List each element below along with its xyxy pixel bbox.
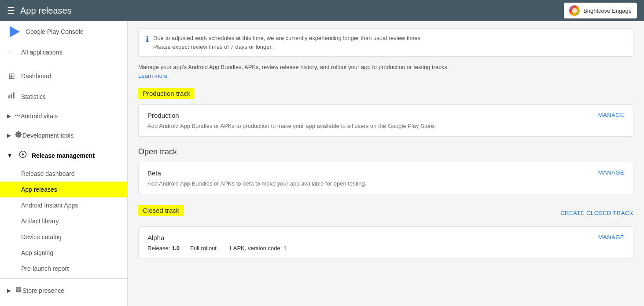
- open-track-header: Open track: [138, 147, 633, 157]
- page-title: App releases: [20, 6, 72, 16]
- alpha-release-label: Release: 1.0: [147, 245, 180, 251]
- sidebar-label-release-dashboard: Release dashboard: [21, 170, 74, 177]
- sidebar-item-release-management[interactable]: ▼ Release management: [0, 145, 127, 166]
- sidebar-label-app-signing: App signing: [21, 249, 53, 256]
- expand-icon-store: ▶: [7, 288, 11, 294]
- sidebar-label-store-presence: Store presence: [22, 287, 64, 294]
- sidebar-item-all-applications[interactable]: ← All applications: [0, 42, 127, 62]
- sidebar-item-store-presence[interactable]: ▶ Store presence: [0, 280, 127, 300]
- notice-content: Due to adjusted work schedules at this t…: [153, 34, 420, 51]
- expand-icon-devtools: ▶: [7, 132, 11, 138]
- sidebar-label-pre-launch-report: Pre-launch report: [21, 265, 69, 272]
- sidebar-label-all-applications: All applications: [21, 49, 62, 56]
- alpha-card: Alpha MANAGE Release: 1.0 Full rollout. …: [138, 226, 633, 259]
- sidebar-logo-text: Google Play Console: [26, 28, 84, 35]
- svg-marker-7: [22, 153, 24, 156]
- sidebar-item-development-tools[interactable]: ▶ Development tools: [0, 125, 127, 145]
- sidebar-item-release-dashboard[interactable]: Release dashboard: [0, 166, 127, 182]
- alpha-name: Alpha: [147, 234, 164, 241]
- closed-track-section: Closed track CREATE CLOSED TRACK Alpha M…: [138, 205, 633, 259]
- create-closed-track-button[interactable]: CREATE CLOSED TRACK: [560, 210, 633, 216]
- learn-more-link[interactable]: Learn more: [138, 73, 167, 79]
- sidebar-item-android-instant-apps[interactable]: Android Instant Apps: [0, 197, 127, 213]
- beta-desc: Add Android App Bundles or APKs to beta …: [147, 180, 624, 187]
- menu-icon[interactable]: ☰: [7, 5, 15, 16]
- sidebar-item-device-catalog[interactable]: Device catalog: [0, 229, 127, 245]
- main-layout: Google Play Console ← All applications ⊞…: [0, 21, 644, 306]
- notice-text-1: Due to adjusted work schedules at this t…: [153, 34, 420, 43]
- alpha-apk-info: 1 APK, version code: 1: [229, 245, 287, 251]
- production-desc: Add Android App Bundles or APKs to produ…: [147, 123, 624, 129]
- alpha-rollout-label: Full rollout.: [190, 245, 218, 251]
- sidebar-label-statistics: Statistics: [21, 93, 46, 100]
- vitals-icon: 〜: [15, 112, 21, 120]
- production-name: Production: [147, 112, 179, 119]
- top-header: ☰ App releases Brightcove Engage: [0, 0, 644, 21]
- header-left: ☰ App releases: [7, 5, 72, 16]
- production-track-header: Production track: [138, 88, 195, 99]
- sidebar-item-app-signing[interactable]: App signing: [0, 245, 127, 261]
- sidebar-item-artifact-library[interactable]: Artifact library: [0, 213, 127, 229]
- sidebar-label-android-instant-apps: Android Instant Apps: [21, 202, 78, 209]
- expand-icon-vitals: ▶: [7, 113, 11, 119]
- content-inner: ℹ Due to adjusted work schedules at this…: [128, 21, 644, 277]
- dashboard-icon: ⊞: [7, 71, 16, 81]
- production-manage-button[interactable]: MANAGE: [598, 112, 624, 118]
- sidebar-label-android-vitals: Android vitals: [21, 113, 58, 120]
- sidebar-item-statistics[interactable]: Statistics: [0, 86, 127, 107]
- production-card: Production MANAGE Add Android App Bundle…: [138, 104, 633, 137]
- sidebar-label-release-management: Release management: [32, 152, 95, 159]
- open-track-section: Open track Beta MANAGE Add Android App B…: [138, 147, 633, 194]
- release-mgmt-icon: [18, 150, 27, 160]
- notice-banner: ℹ Due to adjusted work schedules at this…: [138, 28, 633, 57]
- sidebar: Google Play Console ← All applications ⊞…: [0, 21, 128, 306]
- closed-track-header: Closed track: [138, 205, 184, 216]
- notice-text-2: Please expect review times of 7 days or …: [153, 43, 420, 51]
- svg-rect-3: [11, 94, 12, 98]
- sidebar-label-artifact-library: Artifact library: [21, 218, 59, 225]
- expand-icon-release-mgmt: ▼: [7, 153, 12, 159]
- notice-info-icon: ℹ: [146, 34, 149, 44]
- sidebar-item-dashboard[interactable]: ⊞ Dashboard: [0, 66, 127, 86]
- devtools-icon: [15, 131, 22, 140]
- svg-point-0: [572, 8, 577, 13]
- app-name: Brightcove Engage: [583, 7, 632, 14]
- svg-rect-2: [8, 95, 10, 98]
- play-logo-icon: [7, 25, 21, 39]
- sidebar-logo: Google Play Console: [0, 21, 127, 42]
- beta-manage-button[interactable]: MANAGE: [598, 169, 624, 176]
- closed-track-header-row: Closed track CREATE CLOSED TRACK: [138, 205, 633, 221]
- statistics-icon: [7, 91, 16, 102]
- content-area: ℹ Due to adjusted work schedules at this…: [128, 21, 644, 306]
- description-section: Manage your app's Android App Bundles, A…: [138, 64, 633, 79]
- sidebar-item-pre-launch-report[interactable]: Pre-launch report: [0, 261, 127, 277]
- svg-rect-4: [13, 92, 15, 98]
- alpha-card-header: Alpha MANAGE: [147, 234, 624, 241]
- app-icon: [569, 5, 580, 16]
- app-selector[interactable]: Brightcove Engage: [564, 3, 637, 18]
- beta-name: Beta: [147, 169, 161, 177]
- sidebar-label-development-tools: Development tools: [22, 132, 74, 139]
- back-icon: ←: [7, 47, 16, 57]
- beta-card-header: Beta MANAGE: [147, 169, 624, 177]
- sidebar-divider-2: [0, 278, 127, 279]
- description-text: Manage your app's Android App Bundles, A…: [138, 64, 633, 70]
- production-track-section: Production track Production MANAGE Add A…: [138, 88, 633, 137]
- sidebar-divider-1: [0, 64, 127, 64]
- sidebar-item-android-vitals[interactable]: ▶ 〜 Android vitals: [0, 107, 127, 125]
- sidebar-label-device-catalog: Device catalog: [21, 233, 62, 240]
- production-card-header: Production MANAGE: [147, 112, 624, 119]
- beta-card: Beta MANAGE Add Android App Bundles or A…: [138, 162, 633, 194]
- alpha-release-info: Release: 1.0 Full rollout. 1 APK, versio…: [147, 245, 624, 251]
- sidebar-item-app-releases[interactable]: App releases: [0, 182, 127, 197]
- svg-marker-1: [10, 26, 19, 37]
- sidebar-label-dashboard: Dashboard: [21, 73, 52, 80]
- alpha-manage-button[interactable]: MANAGE: [598, 234, 624, 240]
- sidebar-label-app-releases: App releases: [21, 186, 57, 193]
- alpha-release-version: 1.0: [172, 245, 180, 251]
- store-icon: [15, 286, 22, 295]
